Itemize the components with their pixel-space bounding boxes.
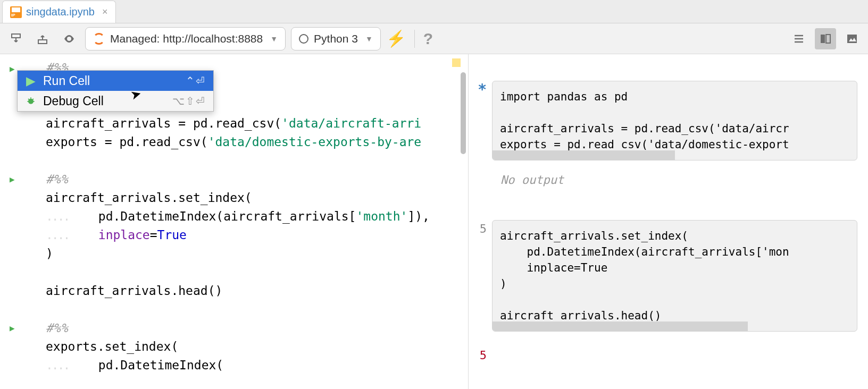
code-line: aircraft_arrivals.set_index( bbox=[500, 230, 688, 242]
ipynb-file-icon bbox=[10, 6, 22, 18]
menu-debug-cell[interactable]: Debug Cell ⌥⇧⏎ bbox=[18, 91, 213, 111]
jupyter-icon bbox=[93, 33, 105, 45]
cell-source[interactable]: import pandas as pd aircraft_arrivals = … bbox=[492, 81, 857, 160]
no-output-label: No output bbox=[500, 172, 857, 188]
kernel-status-icon bbox=[299, 34, 308, 44]
run-cell-gutter-icon[interactable]: ▶ bbox=[10, 170, 15, 189]
tab-filename: singdata.ipynb bbox=[26, 6, 95, 18]
cell-context-menu: ▶ Run Cell ⌃⏎ Debug Cell ⌥⇧⏎ bbox=[17, 70, 214, 112]
svg-rect-0 bbox=[12, 34, 20, 38]
upload-cell-button[interactable] bbox=[32, 28, 53, 49]
code-line: exports = pd.read_csv('data/domestic-exp… bbox=[46, 135, 421, 149]
code-line: exports = pd.read_csv('data/domestic-exp… bbox=[500, 138, 789, 151]
code-line: exports.set_index( bbox=[46, 340, 178, 353]
svg-point-2 bbox=[68, 38, 70, 40]
code-line: pd.DatetimeIndex(aircraft_arrivals['mon bbox=[500, 246, 789, 258]
bug-icon bbox=[25, 96, 37, 106]
play-icon: ▶ bbox=[25, 74, 37, 88]
run-cell-gutter-icon[interactable]: ▶ bbox=[10, 319, 15, 337]
menu-run-cell[interactable]: ▶ Run Cell ⌃⏎ bbox=[18, 71, 213, 91]
cell-run-indicator: * bbox=[476, 82, 487, 98]
menu-shortcut: ⌃⏎ bbox=[186, 74, 206, 87]
menu-shortcut: ⌥⇧⏎ bbox=[172, 95, 206, 107]
code-line: #%% bbox=[46, 172, 68, 186]
output-pane[interactable]: * import pandas as pd aircraft_arrivals … bbox=[468, 54, 868, 389]
managed-server-label: Managed: http://localhost:8888 bbox=[110, 32, 263, 45]
chevron-down-icon: ▼ bbox=[365, 35, 373, 43]
svg-rect-8 bbox=[847, 35, 857, 43]
tab-close-icon[interactable]: × bbox=[102, 6, 108, 18]
code-line: ) bbox=[500, 277, 507, 290]
kernel-select[interactable]: Python 3 ▼ bbox=[291, 27, 381, 50]
code-line: inplace=True bbox=[500, 261, 607, 274]
help-icon[interactable]: ? bbox=[423, 30, 433, 48]
code-line: .... pd.DatetimeIndex(aircraft_arrivals[… bbox=[46, 209, 430, 223]
horizontal-scrollbar[interactable] bbox=[493, 322, 748, 331]
toolbar-right-group bbox=[788, 28, 863, 49]
toolbar-separator bbox=[414, 30, 415, 48]
svg-rect-7 bbox=[826, 35, 830, 43]
code-line: aircraft_arrivals = pd.read_csv('data/ai… bbox=[46, 116, 421, 130]
code-line: .... pd.DatetimeIndex( bbox=[46, 358, 223, 372]
code-line: aircraft_arrivals.head() bbox=[500, 309, 661, 322]
svg-line-15 bbox=[32, 99, 34, 100]
svg-rect-6 bbox=[821, 35, 825, 43]
download-cell-button[interactable] bbox=[5, 28, 27, 49]
view-image-button[interactable] bbox=[841, 28, 863, 49]
code-line: aircraft_arrivals.set_index( bbox=[46, 191, 252, 205]
tab-bar: singdata.ipynb × bbox=[0, 0, 868, 23]
jupyter-server-select[interactable]: Managed: http://localhost:8888 ▼ bbox=[85, 27, 286, 50]
jupyter-toolbar: Managed: http://localhost:8888 ▼ Python … bbox=[0, 23, 868, 54]
menu-label: Run Cell bbox=[43, 74, 90, 88]
code-line: #%% bbox=[46, 321, 68, 335]
cell-source[interactable]: aircraft_arrivals.set_index( pd.Datetime… bbox=[492, 220, 857, 332]
editor-tab[interactable]: singdata.ipynb × bbox=[2, 1, 116, 23]
interrupt-bolt-icon[interactable]: ⚡ bbox=[386, 29, 406, 48]
code-line: aircraft_arrivals = pd.read_csv('data/ai… bbox=[500, 122, 789, 135]
cell-exec-count: 5 bbox=[476, 221, 487, 237]
code-line: .... inplace=True bbox=[46, 228, 187, 242]
svg-line-14 bbox=[28, 99, 29, 100]
preview-eye-button[interactable] bbox=[59, 28, 80, 49]
view-list-button[interactable] bbox=[788, 28, 809, 49]
cell-exec-count: 5 bbox=[476, 348, 487, 363]
kernel-label: Python 3 bbox=[314, 32, 358, 45]
code-line: aircraft_arrivals.head() bbox=[46, 284, 222, 298]
menu-label: Debug Cell bbox=[43, 94, 104, 108]
run-cell-gutter-icon[interactable]: ▶ bbox=[10, 60, 15, 78]
chevron-down-icon: ▼ bbox=[270, 35, 278, 43]
code-line: ) bbox=[46, 247, 53, 260]
horizontal-scrollbar[interactable] bbox=[493, 150, 675, 160]
svg-rect-1 bbox=[38, 40, 47, 44]
code-line: import pandas as pd bbox=[500, 90, 628, 103]
output-cell: * import pandas as pd aircraft_arrivals … bbox=[479, 81, 857, 188]
output-cell: 5 aircraft_arrivals.set_index( pd.Dateti… bbox=[479, 220, 857, 332]
view-split-button[interactable] bbox=[815, 28, 836, 49]
